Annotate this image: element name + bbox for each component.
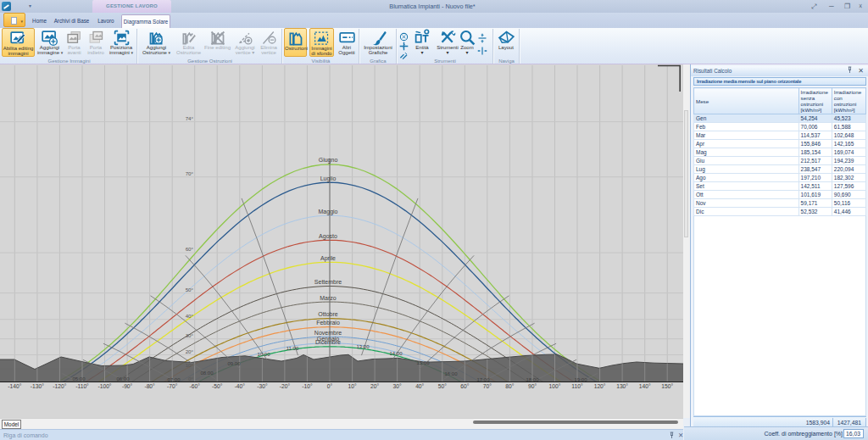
- svg-text:Dicembre: Dicembre: [315, 339, 341, 345]
- svg-text:Ottobre: Ottobre: [318, 311, 337, 317]
- svg-text:-130°: -130°: [31, 383, 44, 389]
- svg-text:-30°: -30°: [257, 383, 268, 389]
- svg-text:-120°: -120°: [53, 383, 66, 389]
- svg-text:20°: 20°: [370, 383, 379, 389]
- svg-text:110°: 110°: [571, 383, 583, 389]
- svg-text:60°: 60°: [186, 246, 194, 252]
- svg-text:70°: 70°: [186, 170, 194, 176]
- svg-text:140°: 140°: [639, 383, 651, 389]
- svg-text:15:00: 15:00: [416, 360, 430, 365]
- svg-text:80°: 80°: [505, 383, 514, 389]
- svg-text:14:00: 14:00: [389, 351, 403, 356]
- svg-text:-110°: -110°: [75, 383, 89, 389]
- svg-text:120°: 120°: [594, 383, 606, 389]
- svg-text:-80°: -80°: [144, 383, 155, 389]
- svg-text:40°: 40°: [186, 313, 194, 319]
- svg-text:100°: 100°: [549, 383, 561, 389]
- svg-text:06:00: 06:00: [116, 376, 130, 382]
- svg-text:90°: 90°: [528, 383, 537, 389]
- svg-text:70°: 70°: [483, 383, 492, 389]
- svg-text:Febbraio: Febbraio: [316, 320, 340, 326]
- svg-text:20°: 20°: [186, 348, 194, 354]
- svg-text:-100°: -100°: [97, 383, 111, 389]
- svg-text:Luglio: Luglio: [320, 175, 337, 182]
- svg-text:Agosto: Agosto: [319, 233, 337, 240]
- svg-text:74°: 74°: [186, 115, 194, 121]
- svg-text:-70°: -70°: [167, 383, 178, 389]
- svg-text:09:00: 09:00: [227, 361, 241, 366]
- svg-text:0°: 0°: [327, 383, 333, 389]
- svg-text:30°: 30°: [186, 332, 194, 338]
- svg-text:30°: 30°: [393, 383, 402, 389]
- svg-text:-40°: -40°: [235, 383, 246, 389]
- svg-text:50°: 50°: [438, 383, 447, 389]
- svg-text:-20°: -20°: [280, 383, 291, 389]
- svg-text:Novembre: Novembre: [314, 330, 342, 336]
- svg-text:08:00: 08:00: [200, 370, 214, 376]
- svg-text:16:00: 16:00: [444, 371, 458, 376]
- svg-text:60°: 60°: [460, 383, 469, 389]
- svg-text:0°: 0°: [188, 376, 193, 382]
- svg-text:Settembre: Settembre: [314, 279, 342, 285]
- svg-text:130°: 130°: [616, 383, 628, 389]
- svg-text:05:00: 05:00: [72, 376, 86, 382]
- svg-text:10°: 10°: [348, 383, 357, 389]
- svg-text:Marzo: Marzo: [320, 295, 337, 301]
- svg-text:150°: 150°: [661, 383, 673, 389]
- svg-text:13:00: 13:00: [356, 344, 370, 349]
- svg-text:10°: 10°: [186, 362, 194, 368]
- svg-text:50°: 50°: [186, 287, 194, 292]
- svg-text:Giugno: Giugno: [319, 157, 338, 164]
- svg-text:-140°: -140°: [8, 383, 21, 389]
- svg-text:-10°: -10°: [302, 383, 313, 389]
- svg-text:Maggio: Maggio: [319, 209, 338, 215]
- svg-text:-90°: -90°: [122, 383, 133, 389]
- svg-text:Aprile: Aprile: [320, 255, 336, 262]
- svg-text:-60°: -60°: [190, 383, 201, 389]
- svg-text:40°: 40°: [415, 383, 424, 389]
- svg-text:10:00: 10:00: [257, 352, 270, 357]
- svg-text:-50°: -50°: [212, 383, 223, 389]
- svg-text:11:00: 11:00: [287, 346, 299, 351]
